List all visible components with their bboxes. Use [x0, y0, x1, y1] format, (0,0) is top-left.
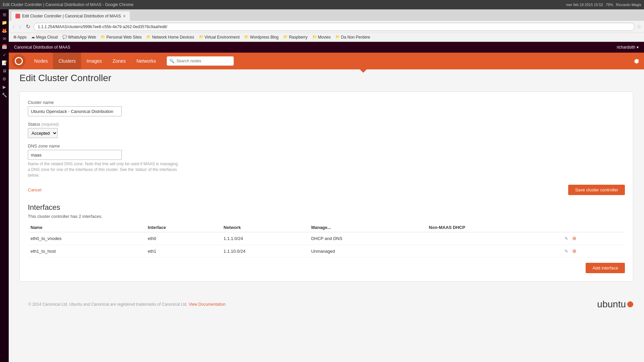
row1-edit-button[interactable]: ✎	[563, 235, 570, 242]
megacloud-icon: ☁	[31, 35, 35, 39]
forward-button[interactable]: ›	[18, 23, 22, 31]
interfaces-table-body: eth0_to_vnodes eth0 1.1.1.0/24 DHCP and …	[28, 232, 625, 257]
bookmark-da-non-perdere[interactable]: 📁 Da Non Perdere	[333, 34, 372, 40]
col-non-maas-dhcp: Non-MAAS DHCP	[426, 223, 560, 232]
bookmark-apps[interactable]: ⊞ Apps	[11, 34, 29, 40]
search-input[interactable]	[167, 56, 234, 66]
settings-gear-button[interactable]	[627, 53, 644, 69]
maas-user-dropdown-icon: ▾	[637, 45, 639, 50]
navigation-bar: ‹ › ↻ ☆	[9, 21, 644, 33]
tab-bar: Edit Cluster Controller | Canonical Dist…	[9, 9, 644, 21]
row2-actions: ✎ ⊗	[560, 245, 625, 257]
sidebar-icon-email[interactable]: ✉	[1, 35, 8, 42]
sidebar-icon-misc[interactable]: 🔧	[1, 91, 8, 99]
page-title: Edit Cluster Controller	[19, 73, 633, 83]
row1-network: 1.1.1.0/24	[221, 232, 309, 245]
bookmark-button[interactable]: ☆	[637, 23, 641, 30]
save-cluster-button[interactable]: Save cluster controller	[568, 185, 625, 195]
dns-zone-input[interactable]	[28, 150, 122, 160]
sidebar-icon-launcher[interactable]: ⊞	[1, 11, 8, 18]
sidebar-icon-files[interactable]: 📁	[1, 19, 8, 26]
sidebar-icon-media[interactable]: ▶	[1, 83, 8, 90]
bookmark-da-non-perdere-label: Da Non Perdere	[341, 35, 370, 40]
system-bar-right: mer feb 18 2015 15:52 79% Riccardo Magis	[566, 3, 641, 7]
back-button[interactable]: ‹	[11, 23, 16, 31]
bookmark-whatsapp[interactable]: 💬 WhatsApp Web	[60, 34, 98, 40]
sidebar-icon-calendar[interactable]: 📅	[1, 43, 8, 50]
maas-logo[interactable]	[12, 54, 25, 68]
row1-delete-button[interactable]: ⊗	[571, 235, 578, 242]
window-title: Edit Cluster Controller | Canonical Dist…	[3, 2, 133, 7]
table-row: eth1_to_host eth1 1.1.10.0/24 Unmanaged …	[28, 245, 625, 257]
ubuntu-circle-icon	[627, 301, 633, 307]
dns-zone-help: Name of the related DNS zone. Note that …	[28, 161, 179, 178]
nav-clusters[interactable]: Clusters	[53, 53, 81, 69]
row1-interface: eth0	[145, 232, 221, 245]
reload-button[interactable]: ↻	[24, 23, 32, 31]
sidebar-icon-settings[interactable]: ⚙	[1, 75, 8, 82]
bookmark-network-home[interactable]: 📁 Network Home Devices	[144, 34, 196, 40]
sidebar-icon-firefox[interactable]: 🦊	[1, 27, 8, 34]
maas-logo-inner	[15, 57, 23, 65]
bookmark-personal-web[interactable]: 📁 Personal Web Sites	[99, 34, 144, 40]
nav-triangle	[360, 69, 367, 73]
sidebar-icon-vm[interactable]: 🖥	[1, 67, 8, 74]
row1-name: eth0_to_vnodes	[28, 232, 145, 245]
active-tab[interactable]: Edit Cluster Controller | Canonical Dist…	[11, 11, 130, 21]
footer-ubuntu-text: ubuntu	[597, 299, 626, 310]
personal-web-icon: 📁	[101, 35, 105, 39]
footer-copyright: © 2014 Canonical Ltd. Ubuntu and Canonic…	[28, 302, 187, 307]
address-bar[interactable]	[34, 23, 635, 31]
page-footer: © 2014 Canonical Ltd. Ubuntu and Canonic…	[17, 292, 644, 316]
datetime: mer feb 18 2015 15:52	[566, 3, 603, 7]
cluster-name-label: Cluster name	[28, 100, 625, 105]
sidebar-icon-tasks[interactable]: ✓	[1, 51, 8, 58]
nav-networks[interactable]: Networks	[131, 53, 161, 69]
col-interface: Interface	[145, 223, 221, 232]
bookmark-megacloud[interactable]: ☁ Mega Cloud	[29, 34, 60, 40]
dns-zone-group: DNS zone name Name of the related DNS zo…	[28, 143, 625, 178]
bookmarks-bar: ⊞ Apps ☁ Mega Cloud 💬 WhatsApp Web 📁 Per…	[9, 33, 644, 42]
cancel-button[interactable]: Cancel	[28, 187, 41, 192]
sidebar-icon-notes[interactable]: 📝	[1, 59, 8, 66]
nav-nodes[interactable]: Nodes	[29, 53, 53, 69]
nav-zones[interactable]: Zones	[107, 53, 131, 69]
user-name: Riccardo Magis	[616, 3, 641, 7]
row2-interface: eth1	[145, 245, 221, 257]
interfaces-title: Interfaces	[28, 203, 625, 212]
nav-images[interactable]: Images	[81, 53, 107, 69]
movies-icon: 📁	[312, 35, 317, 39]
cluster-name-input[interactable]	[28, 106, 122, 116]
interfaces-table-header-row: Name Interface Network Manage... Non-MAA…	[28, 223, 625, 232]
bookmark-raspberry-label: Raspberry	[289, 35, 307, 40]
form-section: Cluster name Status (required) Accepted …	[19, 92, 633, 282]
table-row: eth0_to_vnodes eth0 1.1.1.0/24 DHCP and …	[28, 232, 625, 245]
footer-left: © 2014 Canonical Ltd. Ubuntu and Canonic…	[28, 302, 225, 307]
row2-manage: Unmanaged	[309, 245, 426, 257]
row1-actions: ✎ ⊗	[560, 232, 625, 245]
status-select[interactable]: Accepted Pending Rejected	[28, 128, 58, 138]
status-label: Status (required)	[28, 122, 625, 127]
tab-close-button[interactable]: ×	[123, 13, 126, 19]
bookmark-wordpress[interactable]: 📁 Wordpress Blog	[242, 34, 280, 40]
page-content: Edit Cluster Controller Cluster name Sta…	[9, 73, 644, 292]
row2-edit-button[interactable]: ✎	[563, 248, 570, 254]
main-wrapper: Edit Cluster Controller | Canonical Dist…	[9, 9, 644, 362]
bookmark-apps-label: Apps	[17, 35, 26, 40]
footer-doc-link[interactable]: View Documentation	[189, 302, 225, 307]
col-actions	[560, 223, 625, 232]
search-icon: 🔍	[169, 59, 174, 63]
add-interface-wrapper: Add interface	[28, 263, 625, 273]
add-interface-button[interactable]: Add interface	[586, 263, 625, 273]
interfaces-table-head: Name Interface Network Manage... Non-MAA…	[28, 223, 625, 232]
bookmark-network-home-label: Network Home Devices	[152, 35, 194, 40]
maas-user-menu[interactable]: richardsith ▾	[617, 45, 639, 50]
maas-nav-links: Nodes Clusters Images Zones Networks 🔍	[29, 53, 627, 69]
sidebar: ⊞ 📁 🦊 ✉ 📅 ✓ 📝 🖥 ⚙ ▶ 🔧	[0, 9, 9, 362]
bookmark-movies[interactable]: 📁 Movies	[310, 34, 333, 40]
wordpress-icon: 📁	[244, 35, 249, 39]
row2-delete-button[interactable]: ⊗	[571, 248, 578, 254]
bookmark-virtual-env[interactable]: 📁 Virtual Environment	[197, 34, 242, 40]
bookmark-personal-web-label: Personal Web Sites	[106, 35, 142, 40]
bookmark-raspberry[interactable]: 📁 Raspberry	[281, 34, 309, 40]
